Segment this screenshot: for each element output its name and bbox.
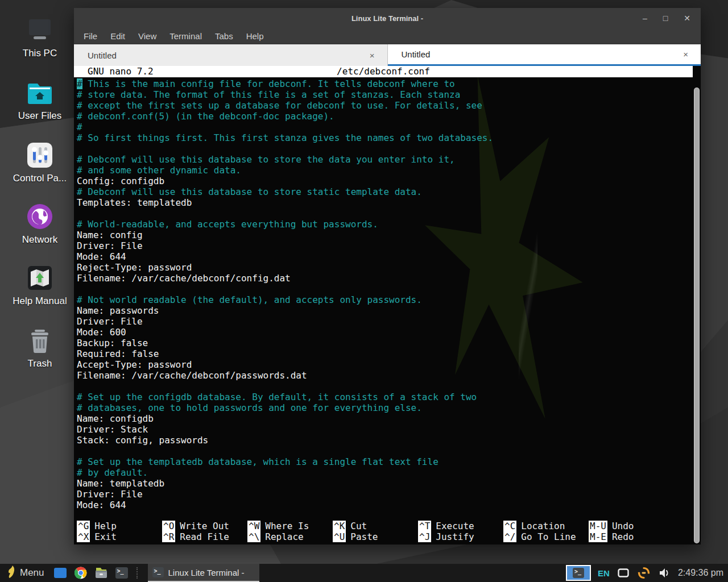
start-menu-label: Menu [20, 567, 44, 579]
menu-view[interactable]: View [138, 31, 156, 41]
terminal-line: Name: passwords [77, 305, 693, 316]
tray-terminal-icon[interactable] [566, 565, 591, 581]
volume-speaker-icon[interactable] [657, 566, 671, 580]
desktop-icon-label: Control Pa... [10, 173, 69, 184]
terminal-line: Driver: File [77, 489, 693, 500]
desktop-icon-label: Network [10, 234, 69, 246]
tab-close-icon[interactable]: × [366, 49, 378, 61]
desktop-icon-help-manual[interactable]: Help Manual [10, 263, 69, 307]
menu-edit[interactable]: Edit [110, 31, 125, 41]
terminal-line [77, 381, 693, 392]
linux-lite-feather-icon [7, 565, 15, 581]
nano-shortcut-replace: ^\Replace [247, 531, 333, 542]
trash-icon [10, 325, 69, 354]
terminal-line: # except the first sets up a database fo… [77, 100, 693, 111]
computer-icon [10, 15, 69, 43]
chrome-browser-icon[interactable] [74, 566, 88, 580]
terminal-scrollbar[interactable] [694, 88, 700, 543]
nano-titlebar: /etc/debconf.conf GNU nano 7.2 [74, 66, 693, 77]
terminal-line: Name: config [77, 230, 693, 240]
terminal-line: Mode: 644 [77, 500, 693, 510]
terminal-line: Driver: File [77, 240, 693, 251]
desktop-icon-trash[interactable]: Trash [10, 325, 69, 369]
help-manual-icon [10, 263, 69, 291]
terminal-line: Mode: 600 [77, 327, 693, 338]
nano-shortcut-redo: M-ERedo [589, 531, 692, 542]
nano-shortcuts: ^GHelp^OWrite Out^WWhere Is^KCut^TExecut… [77, 521, 692, 542]
control-panel-icon [10, 140, 69, 168]
terminal-line: # store data. The format of this file is… [77, 89, 693, 100]
nano-shortcut-read-file: ^RRead File [162, 531, 247, 542]
terminal-viewport[interactable]: /etc/debconf.conf GNU nano 7.2 # This is… [74, 66, 701, 544]
terminal-text: # This is the main config file for debco… [74, 77, 693, 510]
task-button-terminal[interactable]: Linux Lite Terminal - [148, 564, 259, 582]
scrollbar-thumb[interactable] [694, 88, 699, 543]
file-manager-icon[interactable] [94, 566, 108, 580]
nano-shortcut-write-out: ^OWrite Out [162, 521, 247, 531]
window-titlebar[interactable]: Linux Lite Terminal - – □ ✕ [74, 8, 701, 28]
desktop-icon-control-panel[interactable]: Control Pa... [10, 140, 69, 184]
terminal-line [77, 143, 693, 154]
terminal-launcher-icon[interactable] [115, 566, 129, 580]
tab-untitled-2[interactable]: Untitled × [388, 44, 701, 66]
nano-shortcut-where-is: ^WWhere Is [247, 521, 333, 531]
terminal-line: # Debconf will use this database to stor… [77, 154, 693, 165]
nano-shortcut-exit: ^XExit [77, 531, 162, 542]
desktop-icon-this-pc[interactable]: This PC [10, 15, 69, 59]
terminal-line: # Debconf will use this database to stor… [77, 186, 693, 197]
nano-shortcut-cut: ^KCut [333, 521, 418, 531]
terminal-glyph-icon [573, 568, 584, 578]
terminal-line: Stack: config, passwords [77, 435, 693, 446]
menu-tabs[interactable]: Tabs [215, 31, 233, 41]
text-cursor: # [77, 78, 82, 89]
terminal-line: Driver: File [77, 316, 693, 327]
menu-bar: FileEditViewTerminalTabsHelp [74, 28, 701, 44]
workspace-pager-icon[interactable] [53, 566, 67, 580]
terminal-line [77, 208, 693, 219]
menu-help[interactable]: Help [246, 31, 264, 41]
desktop-icon-label: This PC [10, 48, 69, 59]
menu-file[interactable]: File [84, 31, 97, 41]
tab-label: Untitled [88, 51, 117, 60]
minimize-button[interactable]: – [643, 14, 647, 22]
terminal-line: # So first things first. This first stan… [77, 132, 693, 143]
update-notifier-icon[interactable] [637, 566, 651, 580]
terminal-line: Filename: /var/cache/debconf/config.dat [77, 273, 693, 284]
terminal-line: Name: configdb [77, 413, 693, 424]
terminal-line: Driver: Stack [77, 424, 693, 435]
window-title: Linux Lite Terminal - [351, 14, 423, 23]
desktop-icon-user-files[interactable]: User Files [10, 77, 69, 122]
terminal-line: Filename: /var/cache/debconf/passwords.d… [77, 370, 693, 381]
terminal-line: # Not world readable (the default), and … [77, 294, 693, 305]
tab-label: Untitled [402, 49, 431, 59]
nano-shortcut-location: ^CLocation [503, 521, 589, 531]
terminal-line: # and some other dynamic data. [77, 165, 693, 176]
nano-shortcut-justify: ^JJustify [418, 531, 503, 542]
nano-file-path: /etc/debconf.conf [74, 66, 693, 77]
tab-untitled-1[interactable]: Untitled × [74, 44, 388, 66]
menu-terminal[interactable]: Terminal [169, 31, 202, 41]
taskbar: Menu [0, 564, 728, 582]
terminal-task-icon [152, 567, 164, 577]
nano-shortcut-help: ^GHelp [77, 521, 162, 531]
terminal-line: # Set up the configdb database. By defau… [77, 392, 693, 402]
start-menu-button[interactable]: Menu [5, 564, 47, 582]
nano-shortcut-execute: ^TExecute [418, 521, 503, 531]
desktop-icon-network[interactable]: Network [10, 201, 69, 246]
taskbar-separator-handle[interactable] [136, 567, 140, 579]
maximize-button[interactable]: □ [663, 14, 668, 22]
terminal-line: # by default. [77, 467, 693, 478]
terminal-window: Linux Lite Terminal - – □ ✕ FileEditView… [74, 8, 701, 544]
terminal-line: Backup: false [77, 338, 693, 348]
keyboard-layout-indicator[interactable]: EN [598, 568, 610, 578]
terminal-line: Accept-Type: password [77, 359, 693, 370]
display-tray-icon[interactable] [617, 566, 630, 580]
tab-bar: Untitled × Untitled × [74, 44, 701, 66]
nano-shortcut-paste: ^UPaste [333, 531, 418, 542]
taskbar-clock[interactable]: 2:49:36 pm [678, 568, 723, 578]
terminal-line: # Set up the templatedb database, which … [77, 456, 693, 467]
terminal-line: Required: false [77, 348, 693, 359]
tab-close-icon[interactable]: × [680, 48, 692, 60]
terminal-line: # databases, one to hold passwords and o… [77, 402, 693, 413]
close-button[interactable]: ✕ [684, 14, 690, 22]
